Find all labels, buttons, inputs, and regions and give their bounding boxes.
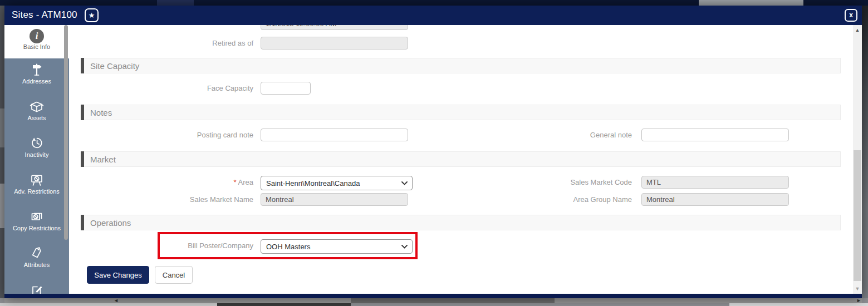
scroll-up-icon[interactable]: ▲ bbox=[853, 27, 862, 33]
sidebar-item-copy-restrictions[interactable]: Copy Restrictions bbox=[4, 209, 69, 242]
area-select-value: Saint-Henri\Montreal\Canada bbox=[266, 179, 360, 187]
sidebar-item-label: Basic Info bbox=[4, 43, 69, 51]
area-group-name-input bbox=[641, 193, 789, 206]
section-operations: Operations bbox=[81, 215, 841, 230]
sidebar: i Basic Info Addresses Assets bbox=[4, 25, 69, 294]
note-pencil-icon bbox=[29, 282, 45, 294]
screen: ◄ ► Sites - ATM100 ★ x i Basic Info bbox=[0, 0, 868, 306]
info-icon: i bbox=[30, 29, 44, 43]
sidebar-item-addresses[interactable]: Addresses bbox=[4, 62, 69, 95]
scroll-left-icon[interactable]: ◄ bbox=[114, 298, 119, 303]
area-select[interactable]: Saint-Henri\Montreal\Canada bbox=[261, 176, 413, 190]
section-notes: Notes bbox=[81, 105, 841, 120]
sidebar-item-adv-restrictions[interactable]: Adv. Restrictions bbox=[4, 172, 69, 205]
background-top-strip bbox=[0, 0, 868, 6]
background-top-block bbox=[157, 0, 194, 6]
open-box-icon bbox=[29, 98, 45, 114]
retired-as-of-input bbox=[261, 37, 408, 50]
sidebar-scrollbar-thumb[interactable] bbox=[64, 25, 68, 240]
sales-market-code-label: Sales Market Code bbox=[465, 178, 632, 186]
area-group-name-label: Area Group Name bbox=[465, 195, 632, 204]
cancel-button[interactable]: Cancel bbox=[155, 266, 193, 284]
tag-icon bbox=[29, 245, 45, 261]
required-marker: * bbox=[233, 178, 236, 186]
start-date-label: Start Date bbox=[86, 25, 253, 27]
modal-titlebar: Sites - ATM100 ★ x bbox=[4, 6, 862, 25]
copy-restriction-icon bbox=[29, 209, 45, 224]
sidebar-item-notes[interactable]: Notes bbox=[4, 282, 69, 294]
section-title: Market bbox=[90, 155, 116, 164]
sidebar-item-label: Addresses bbox=[4, 78, 69, 85]
page-horizontal-scrollbar[interactable]: ◄ ► bbox=[4, 298, 862, 303]
sidebar-item-label: Assets bbox=[4, 115, 69, 122]
sales-market-name-input bbox=[261, 193, 408, 206]
sales-market-name-label: Sales Market Name bbox=[86, 195, 253, 204]
form-content: Start Date Retired as of Site Capacity F… bbox=[69, 25, 853, 294]
signpost-icon bbox=[29, 62, 45, 77]
save-changes-button[interactable]: Save Changes bbox=[87, 266, 149, 284]
scroll-right-icon[interactable]: ► bbox=[856, 298, 861, 303]
background-top-gray-bar bbox=[699, 0, 803, 6]
retired-as-of-label: Retired as of bbox=[86, 39, 253, 47]
posting-card-note-label: Posting card note bbox=[86, 131, 253, 139]
sites-modal: Sites - ATM100 ★ x i Basic Info Addresse… bbox=[4, 6, 862, 298]
sales-market-code-input bbox=[641, 176, 789, 189]
page-horizontal-scrollbar-thumb[interactable] bbox=[351, 298, 555, 303]
sidebar-item-label: Copy Restrictions bbox=[4, 225, 69, 232]
modal-title: Sites - ATM100 bbox=[12, 9, 77, 21]
background-right-strip bbox=[862, 6, 868, 298]
sidebar-item-label: Attributes bbox=[4, 261, 69, 269]
background-left-strip bbox=[0, 6, 4, 298]
section-market: Market bbox=[81, 151, 841, 167]
scroll-down-icon[interactable]: ▼ bbox=[853, 286, 862, 292]
sidebar-item-inactivity[interactable]: Inactivity bbox=[4, 135, 69, 169]
sidebar-item-assets[interactable]: Assets bbox=[4, 98, 69, 132]
bill-poster-company-label: Bill Poster/Company bbox=[86, 241, 253, 250]
general-note-input[interactable] bbox=[641, 129, 789, 141]
section-title: Notes bbox=[90, 108, 112, 117]
history-clock-icon bbox=[29, 135, 45, 151]
background-bottom-row bbox=[0, 303, 868, 306]
chevron-down-icon bbox=[401, 245, 408, 249]
section-title: Site Capacity bbox=[90, 61, 139, 71]
close-icon[interactable]: x bbox=[845, 9, 857, 22]
face-capacity-label: Face Capacity bbox=[86, 84, 253, 92]
sidebar-item-label: Inactivity bbox=[4, 151, 69, 159]
general-note-label: General note bbox=[465, 131, 632, 139]
area-label: *Area bbox=[86, 178, 253, 186]
sidebar-item-basic-info[interactable]: i Basic Info bbox=[4, 25, 69, 58]
section-title: Operations bbox=[90, 218, 131, 228]
billboard-restriction-icon bbox=[29, 172, 45, 187]
face-capacity-input[interactable] bbox=[261, 82, 311, 95]
favorite-star-icon[interactable]: ★ bbox=[85, 8, 99, 22]
sidebar-item-attributes[interactable]: Attributes bbox=[4, 245, 69, 279]
section-site-capacity: Site Capacity bbox=[81, 58, 841, 73]
modal-vertical-scrollbar-thumb[interactable] bbox=[854, 150, 861, 281]
modal-bottom-bar bbox=[4, 294, 862, 298]
modal-vertical-scrollbar[interactable]: ▲ ▼ bbox=[853, 25, 862, 294]
posting-card-note-input[interactable] bbox=[261, 129, 408, 141]
bill-poster-company-select[interactable]: OOH Masters bbox=[261, 239, 413, 254]
sidebar-item-label: Adv. Restrictions bbox=[4, 188, 69, 195]
start-date-input bbox=[261, 25, 408, 30]
chevron-down-icon bbox=[401, 181, 408, 185]
bill-poster-company-value: OOH Masters bbox=[266, 243, 310, 251]
